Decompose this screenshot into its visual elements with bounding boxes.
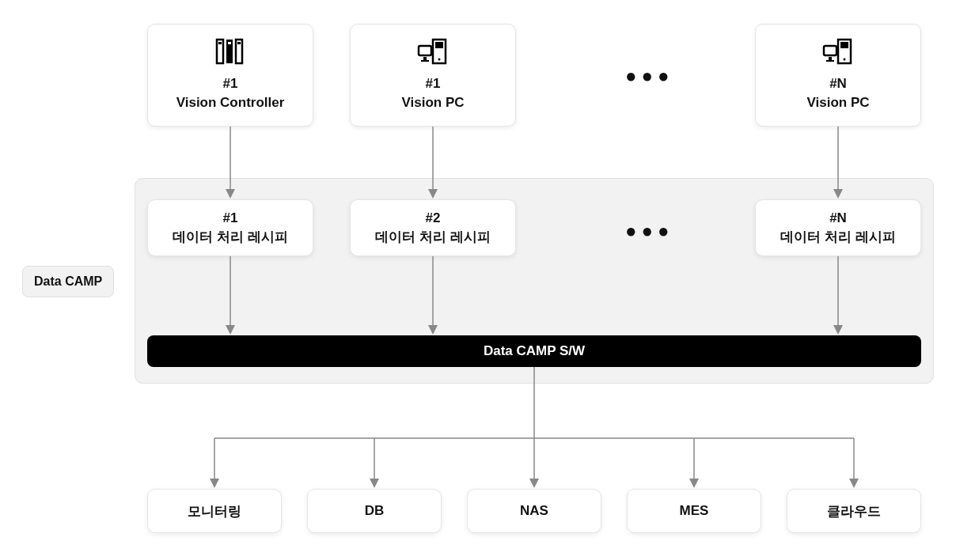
servers-icon (215, 38, 245, 68)
svg-rect-10 (423, 57, 427, 60)
node-id: #1 (426, 74, 441, 93)
recipe-label: 데이터 처리 레시피 (375, 228, 490, 247)
output-db: DB (307, 489, 442, 533)
recipe-id: #N (829, 209, 847, 228)
recipe-label: 데이터 처리 레시피 (780, 228, 895, 247)
vision-controller-node: #1 Vision Controller (147, 24, 313, 127)
node-label: Vision Controller (176, 93, 285, 112)
recipe-n: #N 데이터 처리 레시피 (755, 199, 921, 256)
output-nas: NAS (467, 489, 601, 533)
recipe-1: #1 데이터 처리 레시피 (147, 199, 313, 256)
svg-rect-17 (826, 60, 834, 62)
recipe-ellipsis: ●●● (625, 220, 674, 242)
recipe-id: #1 (223, 209, 238, 228)
datacamp-sw-bar: Data CAMP S/W (147, 335, 921, 367)
recipe-2: #2 데이터 처리 레시피 (350, 199, 516, 256)
svg-point-14 (844, 59, 846, 61)
datacamp-label: Data CAMP (22, 266, 114, 297)
output-cloud: 클라우드 (787, 489, 921, 533)
vision-pc-1-node: #1 Vision PC (350, 24, 516, 127)
svg-rect-9 (419, 46, 431, 55)
svg-rect-13 (840, 42, 848, 48)
output-mes: MES (627, 489, 761, 533)
node-id: #1 (223, 74, 238, 93)
recipe-label: 데이터 처리 레시피 (173, 228, 287, 247)
svg-rect-3 (228, 42, 231, 44)
top-ellipsis: ●●● (625, 65, 674, 87)
pc-icon (822, 38, 854, 68)
node-id: #N (829, 74, 847, 93)
svg-rect-4 (218, 42, 222, 44)
pc-icon (417, 38, 449, 68)
svg-point-8 (438, 59, 441, 61)
output-monitoring: 모니터링 (147, 489, 282, 533)
svg-rect-7 (435, 42, 443, 48)
svg-rect-5 (237, 42, 241, 44)
svg-rect-11 (421, 60, 429, 62)
vision-pc-n-node: #N Vision PC (755, 24, 921, 127)
svg-rect-15 (824, 46, 836, 55)
svg-rect-16 (829, 57, 832, 60)
recipe-id: #2 (426, 209, 441, 228)
node-label: Vision PC (401, 93, 464, 112)
node-label: Vision PC (806, 93, 869, 112)
